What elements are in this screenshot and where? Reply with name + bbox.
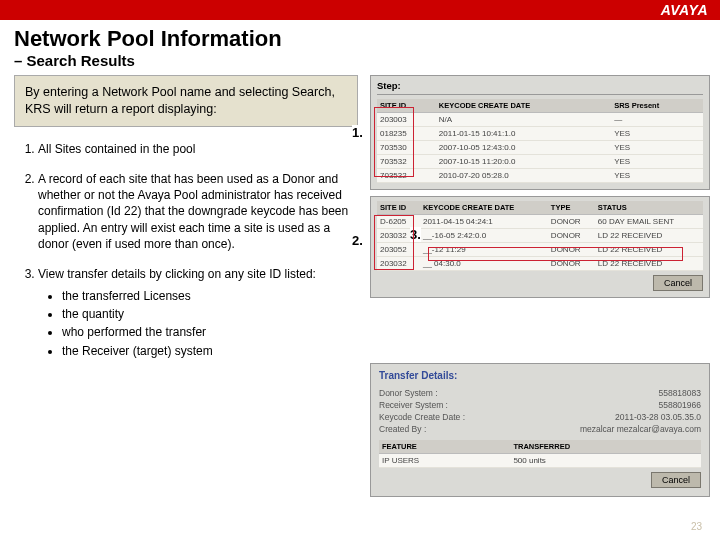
transfer-row: Keycode Create Date :2011-03-28 03.05.35…: [379, 411, 701, 423]
transfer-row: Donor System :558818083: [379, 387, 701, 399]
sites-table: SITE IDKEYCODE CREATE DATESRS Present203…: [377, 99, 703, 183]
bullet-item: the Receiver (target) system: [62, 343, 352, 359]
table-row[interactable]: D-62052011-04-15 04:24:1DONOR60 DAY EMAI…: [377, 215, 703, 229]
col-header: TYPE: [548, 201, 595, 215]
transfer-details-panel: Transfer Details: Donor System :55881808…: [370, 363, 710, 497]
callout-box-2: [374, 215, 414, 270]
col-header: TRANSFERRED: [510, 440, 701, 454]
col-header: SRS Present: [611, 99, 703, 113]
marker-2: 2.: [352, 233, 363, 248]
callout-box-1: [374, 107, 414, 177]
table-row[interactable]: 7035322010-07-20 05:28.0YES: [377, 169, 703, 183]
top-red-bar: AVAYA: [0, 0, 720, 20]
col-header: SITE ID: [377, 201, 420, 215]
marker-1: 1.: [352, 125, 363, 140]
step-label: Step:: [377, 80, 703, 91]
page-number: 23: [691, 521, 702, 532]
bullet-item: who performed the transfer: [62, 324, 352, 340]
col-header: KEYCODE CREATE DATE: [436, 99, 611, 113]
numbered-list: All Sites contained in the pool A record…: [38, 141, 358, 359]
right-column: 1. 2. 3. Step: SITE IDKEYCODE CREATE DAT…: [370, 75, 720, 497]
feature-table: FEATURETRANSFERREDIP USERS500 units: [379, 440, 701, 468]
table-row[interactable]: 7035322007-10-15 11:20:0.0YES: [377, 155, 703, 169]
col-header: KEYCODE CREATE DATE: [420, 201, 548, 215]
table-row[interactable]: 203003N/A—: [377, 113, 703, 127]
list-item-2: A record of each site that has been used…: [38, 171, 358, 252]
intro-box: By entering a Network Pool name and sele…: [14, 75, 358, 127]
callout-box-3: [428, 247, 683, 261]
table-row[interactable]: 0182352011-01-15 10:41:1.0YES: [377, 127, 703, 141]
bullet-item: the transferred Licenses: [62, 288, 352, 304]
list-item-3-text: View transfer details by clicking on any…: [38, 267, 316, 281]
bullet-list: the transferred Licensesthe quantitywho …: [62, 288, 352, 359]
cancel-button-1[interactable]: Cancel: [653, 275, 703, 291]
transfer-title: Transfer Details:: [379, 370, 701, 381]
avaya-logo: AVAYA: [661, 2, 708, 18]
list-item-3: View transfer details by clicking on any…: [38, 266, 358, 359]
page-subtitle: – Search Results: [0, 52, 720, 75]
left-column: By entering a Network Pool name and sele…: [0, 75, 370, 497]
transfer-row: Created By :mezalcar mezalcar@avaya.com: [379, 423, 701, 435]
transfer-row: Receiver System :558801966: [379, 399, 701, 411]
panel-sites: Step: SITE IDKEYCODE CREATE DATESRS Pres…: [370, 75, 710, 190]
page-title: Network Pool Information: [0, 20, 720, 52]
cancel-button-2[interactable]: Cancel: [651, 472, 701, 488]
bullet-item: the quantity: [62, 306, 352, 322]
col-header: FEATURE: [379, 440, 510, 454]
table-row[interactable]: 203032__-16-05 2:42:0.0DONORLD 22 RECEIV…: [377, 229, 703, 243]
table-row[interactable]: 7035302007-10-05 12:43:0.0YES: [377, 141, 703, 155]
list-item-1: All Sites contained in the pool: [38, 141, 358, 157]
col-header: STATUS: [595, 201, 703, 215]
table-row[interactable]: IP USERS500 units: [379, 454, 701, 468]
